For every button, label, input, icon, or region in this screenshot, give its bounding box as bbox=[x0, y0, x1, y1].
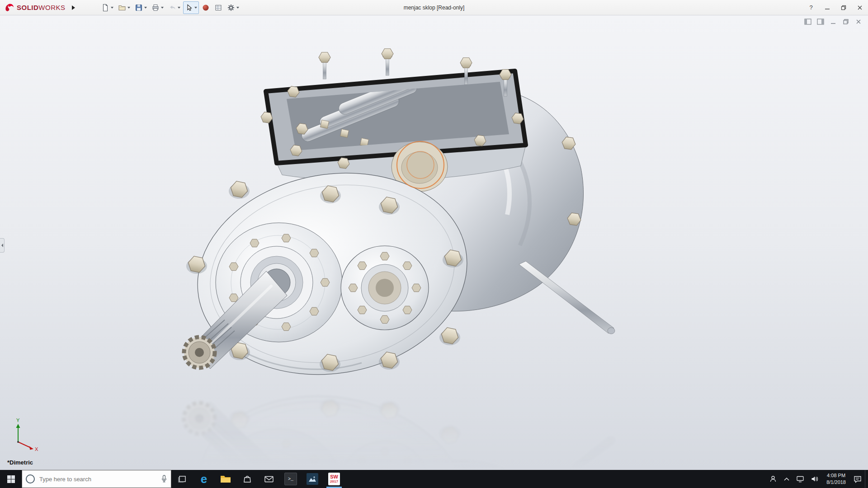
appearance-sphere-icon bbox=[202, 4, 210, 12]
new-document-icon bbox=[101, 4, 109, 12]
show-desktop-button[interactable] bbox=[865, 470, 868, 488]
taskbar-search[interactable] bbox=[22, 470, 171, 488]
print-button[interactable] bbox=[150, 1, 165, 14]
triad-x-label: X bbox=[35, 446, 38, 452]
select-tool-button[interactable] bbox=[183, 1, 199, 14]
options-gear-icon bbox=[227, 4, 235, 12]
file-explorer-icon bbox=[220, 474, 231, 483]
dropdown-caret-icon[interactable] bbox=[111, 7, 113, 9]
task-view-icon bbox=[178, 475, 187, 483]
mail-envelope-icon bbox=[264, 475, 274, 483]
close-button[interactable] bbox=[852, 0, 868, 15]
solidworks-taskbar-button[interactable]: SW 2017 bbox=[323, 470, 345, 488]
minimize-button[interactable] bbox=[819, 0, 835, 15]
people-icon bbox=[769, 475, 777, 483]
undo-arrow-icon bbox=[168, 4, 176, 12]
sw-year-badge: 2017 bbox=[330, 480, 338, 483]
doc-minimize-button[interactable] bbox=[828, 18, 838, 26]
quick-toolbar bbox=[99, 1, 241, 14]
cortana-circle-icon[interactable] bbox=[26, 474, 35, 483]
pane-left-icon[interactable] bbox=[803, 18, 813, 26]
taskbar-apps: e >_ SW 2017 bbox=[171, 470, 345, 488]
select-cursor-icon bbox=[185, 4, 193, 12]
open-button[interactable] bbox=[116, 1, 132, 14]
edge-icon: e bbox=[201, 473, 207, 485]
document-window-controls bbox=[803, 18, 863, 26]
brand-works: WORKS bbox=[38, 4, 65, 11]
dropdown-caret-icon[interactable] bbox=[178, 7, 180, 9]
doc-close-button[interactable] bbox=[854, 18, 863, 26]
action-center-button[interactable] bbox=[850, 470, 865, 488]
file-explorer-button[interactable] bbox=[215, 470, 236, 488]
dropdown-caret-icon[interactable] bbox=[236, 7, 239, 9]
edge-button[interactable]: e bbox=[193, 470, 215, 488]
dropdown-caret-icon[interactable] bbox=[144, 7, 147, 9]
report-table-icon bbox=[214, 4, 222, 12]
dropdown-caret-icon[interactable] bbox=[161, 7, 164, 9]
volume-icon bbox=[811, 475, 819, 483]
windows-logo-icon bbox=[7, 475, 15, 483]
view-orientation-label: *Dimetric bbox=[7, 459, 33, 466]
app-dark-button[interactable]: >_ bbox=[280, 470, 302, 488]
dropdown-caret-icon[interactable] bbox=[127, 7, 130, 9]
network-button[interactable] bbox=[793, 470, 807, 488]
system-tray: 4:08 PM 8/1/2018 bbox=[766, 470, 868, 488]
undo-button[interactable] bbox=[166, 1, 182, 14]
save-floppy-icon bbox=[135, 4, 143, 12]
volume-button[interactable] bbox=[807, 470, 822, 488]
network-icon bbox=[796, 475, 804, 483]
new-document-button[interactable] bbox=[99, 1, 115, 14]
open-folder-icon bbox=[118, 4, 126, 12]
close-icon bbox=[857, 5, 863, 10]
collapse-arrow-icon bbox=[1, 244, 3, 247]
people-button[interactable] bbox=[766, 470, 780, 488]
windows-taskbar: e >_ SW 2017 bbox=[0, 470, 868, 488]
taskbar-clock[interactable]: 4:08 PM 8/1/2018 bbox=[822, 470, 850, 488]
chevron-up-icon bbox=[783, 477, 790, 481]
doc-restore-button[interactable] bbox=[841, 18, 851, 26]
feature-panel-collapse-tab[interactable] bbox=[0, 238, 5, 253]
save-button[interactable] bbox=[133, 1, 149, 14]
restore-icon bbox=[841, 5, 846, 10]
search-input[interactable] bbox=[38, 475, 157, 483]
tray-overflow-button[interactable] bbox=[780, 470, 793, 488]
viewport-canvas[interactable]: Y X bbox=[0, 15, 868, 470]
options-button[interactable] bbox=[225, 1, 241, 14]
triad-y-label: Y bbox=[16, 418, 20, 423]
photos-app-icon bbox=[307, 473, 318, 485]
start-button[interactable] bbox=[0, 470, 22, 488]
app-photos-button[interactable] bbox=[302, 470, 323, 488]
console-app-icon: >_ bbox=[284, 473, 297, 485]
task-view-button[interactable] bbox=[171, 470, 193, 488]
print-icon bbox=[151, 4, 160, 12]
display-report-button[interactable] bbox=[212, 1, 224, 14]
minimize-icon bbox=[825, 5, 830, 10]
window-controls: ? bbox=[803, 0, 868, 15]
pane-right-icon[interactable] bbox=[816, 18, 826, 26]
clock-time: 4:08 PM bbox=[827, 472, 845, 479]
brand-text: SOLIDWORKS bbox=[17, 4, 66, 11]
appearances-button[interactable] bbox=[200, 1, 212, 14]
store-bag-icon bbox=[243, 474, 252, 483]
toolbar-flyout-arrow-icon[interactable] bbox=[72, 5, 75, 10]
notifications-icon bbox=[854, 475, 862, 483]
title-bar: SOLIDWORKS bbox=[0, 0, 868, 15]
graphics-area[interactable]: Y X bbox=[0, 15, 868, 470]
document-title: menjac sklop [Read-only] bbox=[404, 0, 465, 15]
solidworks-taskbar-icon: SW 2017 bbox=[328, 473, 340, 485]
restore-button[interactable] bbox=[835, 0, 852, 15]
store-button[interactable] bbox=[236, 470, 258, 488]
help-button[interactable]: ? bbox=[803, 0, 819, 15]
microphone-icon[interactable] bbox=[161, 475, 167, 483]
dropdown-caret-icon[interactable] bbox=[194, 7, 197, 9]
solidworks-window: SOLIDWORKS bbox=[0, 0, 868, 488]
sw-glyph: SW bbox=[330, 474, 338, 479]
mail-button[interactable] bbox=[258, 470, 280, 488]
clock-date: 8/1/2018 bbox=[826, 479, 846, 486]
brand-solid: SOLID bbox=[17, 4, 38, 11]
solidworks-ds-icon bbox=[5, 3, 14, 12]
solidworks-logo: SOLIDWORKS bbox=[0, 3, 68, 12]
